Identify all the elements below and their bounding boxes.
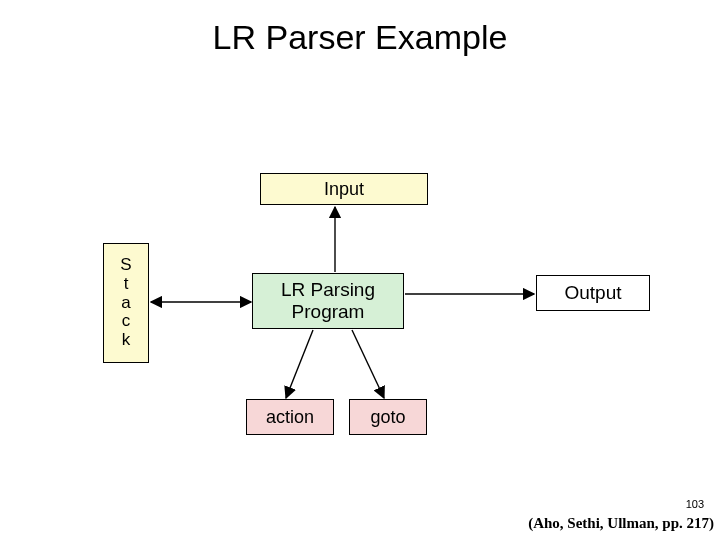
program-line-2: Program — [292, 301, 365, 323]
goto-label: goto — [370, 407, 405, 428]
action-box: action — [246, 399, 334, 435]
output-box: Output — [536, 275, 650, 311]
slide-number: 103 — [686, 498, 704, 510]
program-box: LR Parsing Program — [252, 273, 404, 329]
input-box: Input — [260, 173, 428, 205]
output-label: Output — [564, 282, 621, 304]
input-label: Input — [324, 179, 364, 200]
goto-box: goto — [349, 399, 427, 435]
svg-line-4 — [352, 330, 384, 398]
svg-line-3 — [286, 330, 313, 398]
stack-letter: k — [122, 331, 131, 350]
stack-letter: S — [120, 256, 131, 275]
stack-letter: c — [122, 312, 131, 331]
stack-letter: t — [124, 275, 129, 294]
action-label: action — [266, 407, 314, 428]
stack-box: S t a c k — [103, 243, 149, 363]
program-line-1: LR Parsing — [281, 279, 375, 301]
stack-letter: a — [121, 294, 130, 313]
slide-title: LR Parser Example — [0, 18, 720, 57]
citation: (Aho, Sethi, Ullman, pp. 217) — [528, 515, 714, 532]
